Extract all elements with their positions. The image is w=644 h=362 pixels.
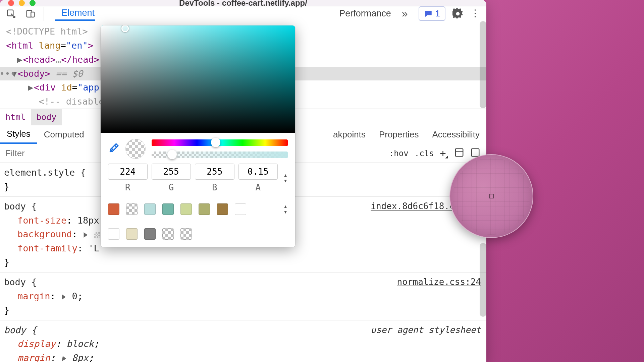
palette-swatch[interactable] — [180, 228, 192, 240]
subtab-styles[interactable]: Styles — [0, 125, 37, 144]
hue-handle[interactable] — [211, 138, 220, 147]
saturation-value-field[interactable] — [101, 25, 295, 133]
subtab-properties[interactable]: Properties — [372, 125, 426, 144]
hover-state-button[interactable]: :hov — [389, 149, 409, 158]
rule-body-normalize[interactable]: normalize.css:24 body { margin: ▶ 0; } — [0, 273, 486, 320]
palette-swatch[interactable] — [144, 203, 156, 215]
palette-swatch[interactable] — [235, 203, 246, 215]
devtools-window: DevTools - coffee-cart.netlify.app/ Elem… — [0, 0, 486, 362]
issues-badge[interactable]: 1 — [419, 6, 445, 21]
titlebar: DevTools - coffee-cart.netlify.app/ — [0, 0, 486, 6]
settings-gear-icon[interactable] — [452, 8, 464, 19]
palette-swatch[interactable] — [162, 203, 174, 215]
palette-swatch[interactable] — [108, 203, 119, 215]
palette-swatch[interactable] — [144, 228, 156, 240]
g-input[interactable] — [152, 164, 191, 180]
alpha-slider[interactable] — [152, 152, 288, 158]
palette-swatch[interactable] — [217, 203, 228, 215]
rule-source-ua: user agent stylesheet — [371, 323, 481, 337]
tab-elements[interactable]: Elements — [55, 6, 95, 21]
b-input[interactable] — [195, 164, 234, 180]
subtab-accessibility[interactable]: Accessibility — [425, 125, 486, 144]
main-toolbar: Elements Performance » 1 ⋯ — [0, 6, 486, 21]
issues-count: 1 — [435, 8, 440, 19]
more-tabs-chevron-icon[interactable]: » — [398, 7, 412, 20]
rgba-inputs: R G B A ▲▼ — [101, 164, 295, 196]
dom-scrollbar[interactable] — [480, 21, 486, 108]
palette-swatch[interactable] — [162, 228, 174, 240]
palette-swatch[interactable] — [180, 203, 192, 215]
close-window-button[interactable] — [8, 0, 14, 6]
color-swatch-icon[interactable] — [94, 232, 100, 238]
eyedropper-icon[interactable] — [108, 142, 119, 155]
svg-rect-4 — [472, 148, 479, 156]
eyedropper-magnifier[interactable] — [449, 154, 533, 238]
minimize-window-button[interactable] — [19, 0, 25, 6]
maximize-window-button[interactable] — [30, 0, 36, 6]
palette-swatch[interactable] — [126, 228, 138, 240]
chat-icon — [424, 9, 433, 18]
current-color-swatch — [125, 139, 146, 159]
tab-performance[interactable]: Performance — [332, 6, 398, 21]
computed-toggle-icon[interactable] — [454, 147, 464, 160]
swatch-palette: ▲▼ — [101, 200, 295, 247]
styles-scrollbar[interactable] — [480, 243, 486, 317]
cls-button[interactable]: .cls — [415, 149, 434, 158]
device-toggle-icon[interactable] — [24, 7, 37, 20]
subtab-computed[interactable]: Computed — [37, 125, 91, 144]
crumb-html[interactable]: html — [0, 109, 31, 125]
svg-rect-3 — [455, 148, 463, 156]
svg-rect-2 — [31, 12, 34, 17]
rule-source-link[interactable]: normalize.css:24 — [397, 275, 481, 289]
sv-handle[interactable] — [121, 25, 129, 32]
alpha-handle[interactable] — [167, 150, 177, 159]
subtab-breakpoints-partial[interactable]: akpoints — [326, 125, 372, 144]
palette-swatch[interactable] — [126, 203, 138, 215]
hue-slider[interactable] — [152, 139, 288, 146]
a-input[interactable] — [238, 164, 278, 180]
rule-body-ua[interactable]: user agent stylesheet body { display: bl… — [0, 320, 486, 362]
palette-swatch[interactable] — [199, 203, 210, 215]
kebab-menu-icon[interactable]: ⋯ — [470, 8, 482, 19]
new-rule-button[interactable]: +◢ — [440, 147, 448, 159]
color-mode-toggle[interactable]: ▲▼ — [282, 173, 288, 183]
swatch-set-toggle[interactable]: ▲▼ — [283, 204, 288, 215]
window-controls — [0, 0, 36, 6]
inspect-element-icon[interactable] — [5, 7, 17, 20]
magnifier-center-pixel — [489, 194, 494, 198]
main-tabs: Elements Performance » — [55, 6, 412, 21]
r-input[interactable] — [108, 164, 148, 180]
color-picker-popover: R G B A ▲▼ ▲▼ — [101, 25, 295, 247]
palette-swatch[interactable] — [108, 228, 119, 240]
crumb-body[interactable]: body — [31, 109, 62, 125]
